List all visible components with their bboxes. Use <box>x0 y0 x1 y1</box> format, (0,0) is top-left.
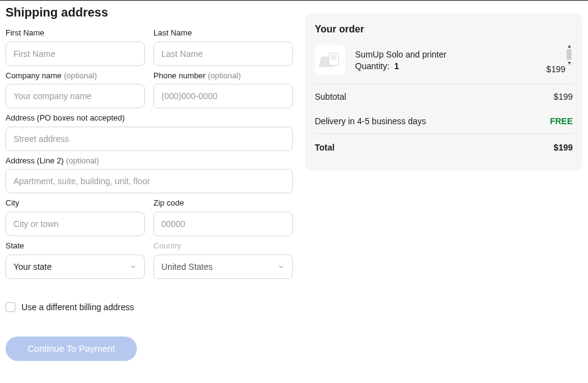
subtotal-value: $199 <box>554 92 573 102</box>
country-select[interactable]: United States <box>153 255 293 279</box>
zip-input[interactable] <box>153 212 293 236</box>
delivery-value: FREE <box>550 116 573 126</box>
last-name-label: Last Name <box>153 28 293 38</box>
phone-input[interactable] <box>153 84 293 108</box>
arrow-down-icon[interactable]: ▾ <box>568 61 571 65</box>
company-input[interactable] <box>6 84 145 108</box>
delivery-label: Delivery in 4-5 business days <box>315 116 426 126</box>
arrow-up-icon[interactable]: ▴ <box>568 43 571 48</box>
product-price: $199 <box>546 64 565 74</box>
total-value: $199 <box>554 143 573 152</box>
company-label: Company name (optional) <box>6 71 145 81</box>
chevron-down-icon <box>130 263 137 270</box>
scroll-thumb[interactable] <box>567 49 571 60</box>
page-title: Shipping address <box>6 6 293 20</box>
quantity-label: Quantity: <box>355 61 389 71</box>
order-title: Your order <box>315 24 573 35</box>
phone-label: Phone number (optional) <box>153 71 293 81</box>
total-label: Total <box>315 143 334 152</box>
delivery-row: Delivery in 4-5 business days FREE <box>315 109 573 134</box>
last-name-input[interactable] <box>153 42 293 66</box>
state-label: State <box>6 241 145 251</box>
city-label: City <box>6 198 145 208</box>
country-selected-value: United States <box>161 262 213 272</box>
address-label: Address (PO boxes not accepted) <box>6 113 293 123</box>
state-select[interactable]: Your state <box>6 255 145 279</box>
total-row: Total $199 <box>315 134 573 160</box>
zip-label: Zip code <box>153 198 293 208</box>
country-label: Country <box>153 241 293 251</box>
product-name: SumUp Solo and printer <box>355 49 537 60</box>
different-billing-checkbox[interactable] <box>6 302 15 312</box>
order-item: SumUp Solo and printer Quantity: 1 $199 … <box>315 45 573 84</box>
address2-input[interactable] <box>6 169 293 193</box>
first-name-label: First Name <box>6 28 145 38</box>
address-input[interactable] <box>6 127 293 151</box>
order-summary: Your order SumUp Solo and printer Quanti… <box>305 13 582 171</box>
subtotal-row: Subtotal $199 <box>315 84 573 109</box>
product-thumbnail <box>315 45 345 75</box>
quantity-value: 1 <box>394 61 399 71</box>
first-name-input[interactable] <box>6 42 145 66</box>
state-selected-value: Your state <box>13 262 52 272</box>
continue-to-payment-button[interactable]: Continue To Payment <box>6 337 137 361</box>
subtotal-label: Subtotal <box>315 92 346 102</box>
svg-rect-2 <box>331 55 337 60</box>
quantity-stepper[interactable]: ▴ ▾ <box>564 43 574 65</box>
card-reader-icon <box>318 50 342 70</box>
chevron-down-icon <box>277 263 285 270</box>
address2-label: Address (Line 2) (optional) <box>6 156 293 166</box>
city-input[interactable] <box>6 212 145 236</box>
different-billing-label: Use a different billing address <box>21 302 134 312</box>
